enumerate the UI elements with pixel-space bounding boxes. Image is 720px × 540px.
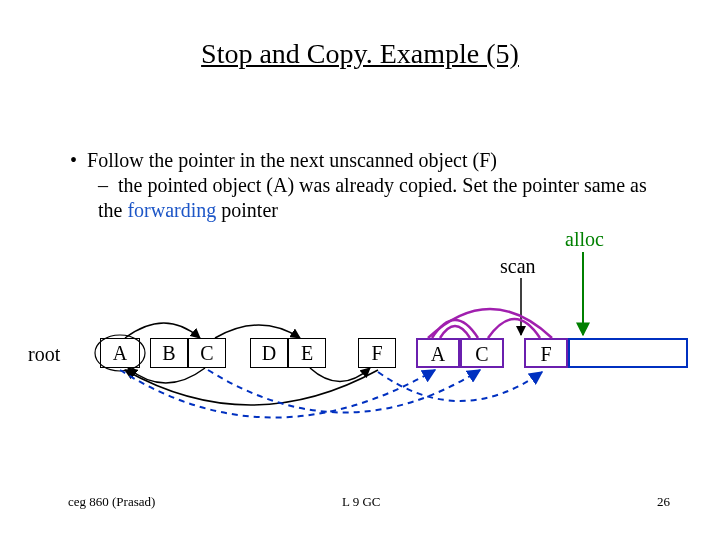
scan-label: scan [500,255,536,278]
alloc-label: alloc [565,228,604,251]
memory-cell: B [150,338,188,368]
root-label: root [28,343,60,366]
memory-cell [568,338,688,368]
footer-author: ceg 860 (Prasad) [68,494,155,510]
diagram-arrows [0,0,720,540]
memory-cell: D [250,338,288,368]
bullet-text: • Follow the pointer in the next unscann… [70,148,660,223]
memory-cell: F [524,338,568,368]
memory-cell: A [416,338,460,368]
footer-topic: L 9 GC [342,494,381,510]
forwarding-word: forwarding [127,199,216,221]
memory-cell: A [100,338,140,368]
memory-cell: F [358,338,396,368]
memory-cell: C [460,338,504,368]
page-number: 26 [657,494,670,510]
memory-cell: E [288,338,326,368]
bullet-sub-post: pointer [216,199,278,221]
slide-title: Stop and Copy. Example (5) [0,38,720,70]
bullet-main: Follow the pointer in the next unscanned… [87,149,497,171]
memory-cell: C [188,338,226,368]
